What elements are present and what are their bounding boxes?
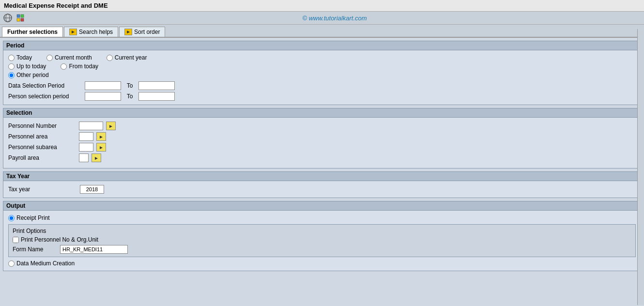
personnel-area-label: Personnel area	[8, 133, 76, 140]
payroll-area-row: Payroll area ►	[8, 153, 636, 162]
print-personnel-checkbox-row: Print Personnel No & Org.Unit	[13, 236, 631, 243]
radio-today[interactable]: Today	[8, 54, 32, 61]
tabs-row: Further selections ► Search helps ► Sort…	[0, 25, 644, 38]
radio-other-period[interactable]: Other period	[8, 72, 49, 78]
radio-current-month[interactable]: Current month	[46, 54, 92, 61]
data-selection-to-label: To	[125, 82, 135, 89]
payroll-area-label: Payroll area	[8, 154, 76, 161]
selection-section-body: Personnel Number ► Personnel area ► Pers…	[3, 118, 641, 168]
tab-sort-order[interactable]: ► Sort order	[119, 27, 165, 37]
radio-current-year-label: Current year	[115, 54, 147, 61]
selection-section: Selection Personnel Number ► Personnel a…	[3, 108, 641, 168]
payroll-area-input[interactable]	[79, 153, 89, 162]
scrollbar-right[interactable]	[637, 29, 644, 305]
personnel-area-input[interactable]	[79, 132, 93, 141]
tab-search-helps-label: Search helps	[79, 29, 113, 35]
person-selection-label: Person selection period	[8, 93, 81, 100]
output-section-header: Output	[3, 201, 641, 211]
radio-current-year[interactable]: Current year	[107, 54, 147, 61]
radio-up-to-today-label: Up to today	[16, 63, 46, 70]
output-section: Output Receipt Print Print Options Print…	[3, 201, 641, 271]
svg-rect-3	[17, 15, 20, 17]
radio-up-to-today[interactable]: Up to today	[8, 63, 46, 70]
person-selection-row: Person selection period To	[8, 92, 636, 101]
period-section-body: Today Current month Current year	[3, 50, 641, 105]
toolbar-row: © www.tutorialkart.com	[0, 12, 644, 25]
receipt-print-label: Receipt Print	[16, 214, 50, 221]
radio-from-today-label: From today	[69, 63, 98, 70]
personnel-number-label: Personnel Number	[8, 122, 76, 129]
tab-search-helps[interactable]: ► Search helps	[64, 27, 118, 37]
personnel-subarea-arrow-btn[interactable]: ►	[96, 143, 106, 152]
tab-sort-order-label: Sort order	[134, 29, 160, 35]
data-medium-label: Data Medium Creation	[16, 260, 75, 267]
svg-rect-6	[21, 18, 24, 21]
data-selection-from-input[interactable]	[85, 81, 121, 90]
period-section-header: Period	[3, 41, 641, 50]
personnel-number-row: Personnel Number ►	[8, 122, 636, 130]
radio-up-to-today-input[interactable]	[8, 63, 15, 70]
tab-further-selections[interactable]: Further selections	[2, 27, 63, 37]
radio-current-month-label: Current month	[55, 54, 92, 61]
tax-year-section-header: Tax Year	[3, 172, 641, 181]
svg-rect-4	[21, 15, 24, 17]
data-selection-row: Data Selection Period To	[8, 81, 636, 90]
tab-further-selections-label: Further selections	[7, 29, 58, 35]
watermark: © www.tutorialkart.com	[28, 15, 641, 22]
period-radios: Today Current month Current year	[8, 54, 636, 78]
tax-year-input[interactable]	[80, 185, 104, 194]
data-medium-row: Data Medium Creation	[8, 260, 636, 267]
personnel-number-input[interactable]	[79, 122, 103, 130]
personnel-subarea-label: Personnel subarea	[8, 144, 76, 151]
radio-other-period-label: Other period	[16, 72, 49, 78]
svg-rect-5	[17, 18, 20, 21]
main-content: Period Today Current month Current year	[0, 38, 644, 274]
personnel-area-arrow-btn[interactable]: ►	[96, 132, 106, 141]
radio-current-month-input[interactable]	[46, 55, 53, 61]
tab-sort-order-arrow: ►	[124, 29, 132, 35]
form-name-input[interactable]	[60, 245, 128, 254]
print-options-box: Print Options Print Personnel No & Org.U…	[8, 224, 636, 257]
tax-year-row: Tax year	[8, 185, 636, 194]
page-title: Medical Expense Receipt and DME	[4, 2, 108, 9]
receipt-print-radio[interactable]	[8, 215, 15, 221]
tax-year-section: Tax Year Tax year	[3, 171, 641, 198]
period-fields: Data Selection Period To Person selectio…	[8, 81, 636, 101]
print-personnel-checkbox[interactable]	[13, 237, 19, 243]
personnel-area-row: Personnel area ►	[8, 132, 636, 141]
period-radio-row-2: Up to today From today	[8, 63, 636, 70]
personnel-subarea-row: Personnel subarea ►	[8, 143, 636, 152]
tab-search-helps-arrow: ►	[69, 29, 77, 35]
personnel-subarea-input[interactable]	[79, 143, 93, 152]
person-selection-to-label: To	[125, 93, 135, 100]
personnel-number-arrow-btn[interactable]: ►	[106, 122, 116, 130]
globe-icon[interactable]	[3, 13, 13, 23]
print-options-label: Print Options	[13, 228, 631, 234]
data-selection-label: Data Selection Period	[8, 82, 81, 89]
radio-other-period-input[interactable]	[8, 72, 15, 78]
radio-today-input[interactable]	[8, 55, 15, 61]
grid-icon[interactable]	[15, 13, 25, 23]
radio-current-year-input[interactable]	[107, 55, 113, 61]
person-selection-to-input[interactable]	[138, 92, 175, 101]
radio-from-today-input[interactable]	[61, 63, 67, 70]
print-personnel-label: Print Personnel No & Org.Unit	[21, 236, 98, 243]
selection-section-header: Selection	[3, 108, 641, 118]
data-medium-radio[interactable]	[8, 260, 15, 267]
payroll-area-arrow-btn[interactable]: ►	[92, 153, 101, 162]
period-radio-row-3: Other period	[8, 72, 636, 78]
title-bar: Medical Expense Receipt and DME	[0, 0, 644, 12]
tax-year-section-body: Tax year	[3, 181, 641, 198]
data-selection-to-input[interactable]	[138, 81, 175, 90]
period-section: Period Today Current month Current year	[3, 41, 641, 105]
tax-year-label: Tax year	[8, 186, 76, 193]
radio-from-today[interactable]: From today	[61, 63, 98, 70]
form-name-row: Form Name	[13, 245, 631, 254]
receipt-print-row: Receipt Print	[8, 214, 636, 221]
form-name-label: Form Name	[13, 246, 56, 253]
radio-today-label: Today	[16, 54, 32, 61]
output-section-body: Receipt Print Print Options Print Person…	[3, 211, 641, 271]
person-selection-from-input[interactable]	[85, 92, 121, 101]
period-radio-row-1: Today Current month Current year	[8, 54, 636, 61]
